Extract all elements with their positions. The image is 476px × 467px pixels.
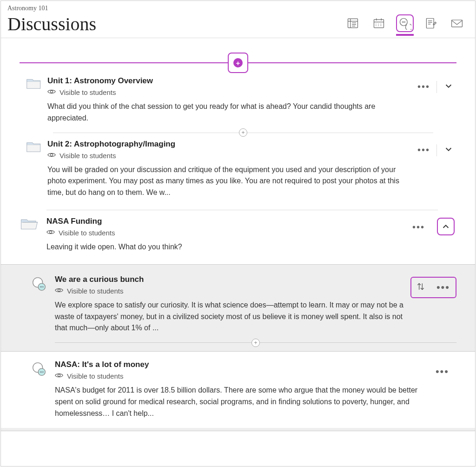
reorder-button[interactable] — [416, 282, 425, 293]
gradebook-icon — [424, 17, 437, 30]
more-options-button[interactable]: ••• — [416, 80, 431, 93]
plus-icon: + — [233, 58, 243, 67]
discussion-controls-highlight: ••• — [410, 277, 456, 298]
nested-discussions-panel: We are a curious bunch Visible to studen… — [1, 264, 475, 431]
svg-rect-6 — [374, 20, 384, 28]
folder-title: Unit 1: Astronomy Overview — [47, 76, 410, 86]
collapse-button[interactable] — [440, 220, 452, 233]
folder-description: What did you think of the chat session t… — [47, 101, 410, 133]
visibility-row[interactable]: Visible to students — [55, 287, 406, 295]
visibility-label: Visible to students — [60, 88, 116, 96]
folder-item[interactable]: Unit 2: Astrophotography/Imaging Visible… — [20, 133, 456, 207]
svg-point-25 — [50, 90, 53, 93]
folder-title: Unit 2: Astrophotography/Imaging — [47, 140, 410, 149]
discussion-title: NASA: It's a lot of money — [55, 360, 430, 369]
header-toolbar — [344, 14, 469, 35]
calendar-tool-button[interactable] — [370, 14, 388, 32]
folder-title: NASA Funding — [46, 217, 410, 226]
svg-point-30 — [40, 287, 41, 287]
svg-point-38 — [43, 372, 44, 373]
expand-button[interactable] — [443, 143, 455, 155]
folder-item[interactable]: Unit 1: Astronomy Overview Visible to st… — [20, 73, 456, 133]
more-options-button[interactable]: ••• — [435, 365, 450, 379]
page-title: Discussions — [7, 13, 96, 35]
visibility-row[interactable]: Visible to students — [55, 372, 430, 380]
item-separator: + — [53, 133, 433, 133]
discussion-icon — [31, 360, 55, 427]
svg-point-18 — [403, 22, 404, 22]
insert-button[interactable]: + — [251, 339, 260, 347]
more-options-button[interactable]: ••• — [411, 220, 426, 234]
svg-point-33 — [58, 289, 60, 291]
panel-bottom-border — [1, 431, 475, 431]
svg-point-26 — [50, 153, 53, 156]
chevron-down-icon — [444, 82, 453, 90]
active-tab-underline — [396, 34, 414, 36]
folder-description: You will be graded on your discussion an… — [47, 164, 410, 207]
folder-open-icon — [20, 217, 46, 258]
discussion-icon — [31, 275, 55, 342]
visibility-row[interactable]: Visible to students — [47, 88, 410, 96]
discussion-description: NASA's budget for 2011 is over 18.5 bill… — [55, 385, 430, 427]
content-area: + Unit 1: Astronomy Overview Visible to … — [1, 38, 475, 431]
calendar-icon — [372, 17, 385, 30]
svg-point-31 — [41, 287, 42, 287]
discussion-item[interactable]: NASA: It's a lot of money Visible to stu… — [1, 351, 475, 427]
messages-icon — [450, 17, 463, 30]
gradebook-tool-button[interactable] — [422, 14, 440, 32]
discussion-description: We explore space to satisfy our curiosit… — [55, 300, 406, 342]
discussion-title: We are a curious bunch — [55, 275, 406, 284]
nested-separator: + — [55, 342, 456, 343]
svg-point-36 — [40, 372, 41, 373]
app-frame: Astronomy 101 Discussions — [0, 0, 476, 467]
folder-icon — [26, 76, 47, 133]
content-tool-button[interactable] — [344, 14, 362, 32]
expand-button[interactable] — [443, 80, 455, 92]
item-separator — [46, 210, 438, 210]
svg-rect-20 — [426, 19, 434, 28]
discussion-item[interactable]: We are a curious bunch Visible to studen… — [31, 275, 456, 342]
eye-icon — [46, 229, 55, 237]
svg-rect-24 — [452, 20, 463, 27]
svg-point-17 — [402, 22, 403, 22]
visibility-label: Visible to students — [67, 287, 123, 295]
breadcrumb[interactable]: Astronomy 101 — [7, 5, 96, 12]
add-divider: + — [20, 62, 456, 63]
svg-point-32 — [43, 287, 44, 287]
visibility-label: Visible to students — [60, 152, 116, 160]
eye-icon — [47, 88, 56, 96]
folder-item[interactable]: NASA Funding Visible to students Leaving… — [20, 210, 456, 258]
visibility-label: Visible to students — [67, 372, 123, 380]
visibility-label: Visible to students — [59, 229, 115, 237]
page-header: Astronomy 101 Discussions — [1, 1, 475, 38]
svg-point-37 — [41, 372, 42, 373]
add-folder-button[interactable]: + — [228, 53, 248, 73]
chevron-down-icon — [444, 145, 453, 153]
chevron-up-icon — [442, 222, 450, 231]
visibility-row[interactable]: Visible to students — [46, 229, 410, 237]
svg-point-19 — [404, 22, 405, 22]
insert-button[interactable]: + — [239, 128, 247, 137]
messages-tool-button[interactable] — [448, 14, 466, 32]
folder-description: Leaving it wide open. What do you think? — [46, 241, 410, 258]
visibility-row[interactable]: Visible to students — [47, 152, 410, 160]
eye-icon — [47, 152, 56, 160]
svg-point-27 — [49, 231, 52, 233]
svg-point-39 — [58, 374, 60, 377]
eye-icon — [55, 372, 63, 380]
more-options-button[interactable]: ••• — [436, 280, 451, 294]
eye-icon — [55, 287, 63, 295]
discussions-tool-button[interactable] — [396, 14, 414, 32]
more-options-button[interactable]: ••• — [416, 143, 431, 156]
discussions-icon — [398, 17, 411, 30]
folder-icon — [26, 140, 47, 207]
content-icon — [346, 17, 359, 30]
